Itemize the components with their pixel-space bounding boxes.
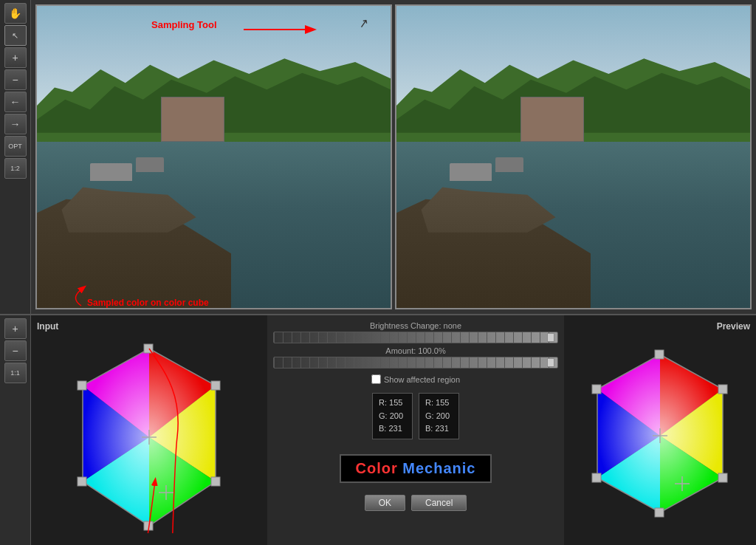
rgb-preview-g: G: 200 [425,410,453,423]
app-title-box: Color Mechanic [340,454,492,483]
zoom-in-btn[interactable]: + [4,47,27,68]
title-mechanic-part: Mechanic [398,460,476,476]
bottom-left-toolbar: + − 1:1 [0,315,31,545]
zoom-out-btn[interactable]: − [4,69,27,90]
boat2-left [136,157,164,172]
image-area: ✋ ↖ + − ← → OPT 1:2 [0,0,756,314]
show-affected-row: Show affected region [371,374,460,384]
controls-panel: Brightness Change: none Amount: 100.0% S… [267,315,564,545]
brightness-slider-thumb[interactable] [547,333,554,342]
bottom-panel: + − 1:1 Input [0,314,756,545]
ok-cancel-row: OK Cancel [365,495,467,511]
opt-btn[interactable]: OPT [4,136,27,157]
ratio-bottom-btn[interactable]: 1:1 [4,363,27,383]
preview-corner-bottom-right [718,473,727,482]
preview-corner-top-right [718,385,727,394]
buildings-left [161,97,224,142]
boat2-right [495,157,523,172]
corner-handle-top-left [78,381,86,390]
rgb-input-g: G: 200 [379,410,406,423]
buildings-right [520,97,584,142]
left-photo [37,6,391,308]
cancel-button[interactable]: Cancel [411,495,467,511]
rgb-input-r: R: 155 [379,397,406,410]
left-toolbar: ✋ ↖ + − ← → OPT 1:2 [0,0,31,314]
rgb-preview-box: R: 155 G: 200 B: 231 [419,393,459,439]
preview-color-cube[interactable] [570,335,750,539]
show-affected-label: Show affected region [384,375,460,384]
rgb-preview-b: B: 231 [425,422,453,436]
corner-handle-bottom-right [211,477,220,486]
corner-handle-top-right [211,381,220,390]
boat1-left [90,163,132,182]
zoom-out-bottom-btn[interactable]: − [4,340,27,361]
amount-slider-thumb[interactable] [547,358,554,367]
hand-tool-btn[interactable]: ✋ [4,3,27,24]
input-color-cube[interactable] [37,335,261,539]
brightness-label: Brightness Change: none [273,321,558,330]
left-image-frame: Sampling Tool ↗ [35,4,392,309]
rgb-input-b: B: 231 [379,422,406,436]
preview-corner-bottom [655,508,664,517]
amount-label: Amount: 100.0% [273,346,558,355]
rgb-boxes: R: 155 G: 200 B: 231 R: 155 G: 200 B: 23… [372,393,459,439]
images-panel: Sampling Tool ↗ [31,0,756,314]
amount-slider-track[interactable] [273,357,558,369]
preview-corner-top [655,350,664,359]
title-color-part: Color [356,460,398,476]
brightness-row: Brightness Change: none [273,321,558,343]
main-container: ✋ ↖ + − ← → OPT 1:2 [0,0,756,545]
right-photo [396,6,750,308]
ratio-btn[interactable]: 1:2 [4,158,27,179]
boat1-right [450,163,492,182]
next-btn[interactable]: → [4,114,27,134]
zoom-in-bottom-btn[interactable]: + [4,318,27,339]
preview-label: Preview [570,321,750,332]
show-affected-checkbox[interactable] [371,374,381,384]
preview-color-cube-panel: Preview [564,315,756,545]
rgb-preview-r: R: 155 [425,397,453,410]
brightness-ticks [274,332,557,343]
preview-corner-bottom-left [592,473,601,482]
brightness-slider-track[interactable] [273,332,558,343]
input-color-cube-panel: Input [31,315,267,545]
rgb-input-box: R: 155 G: 200 B: 231 [372,393,413,439]
preview-hexagon-svg [571,349,749,526]
right-image-frame [395,4,752,309]
preview-corner-top-left [592,385,601,394]
input-label: Input [37,321,261,332]
ok-button[interactable]: OK [365,495,405,511]
prev-btn[interactable]: ← [4,92,27,112]
sample-tool-btn[interactable]: ↖ [4,25,27,46]
amount-row: Amount: 100.0% [273,346,558,369]
input-hexagon-svg [46,341,252,533]
amount-ticks [274,357,557,368]
corner-handle-bottom-left [78,477,86,486]
